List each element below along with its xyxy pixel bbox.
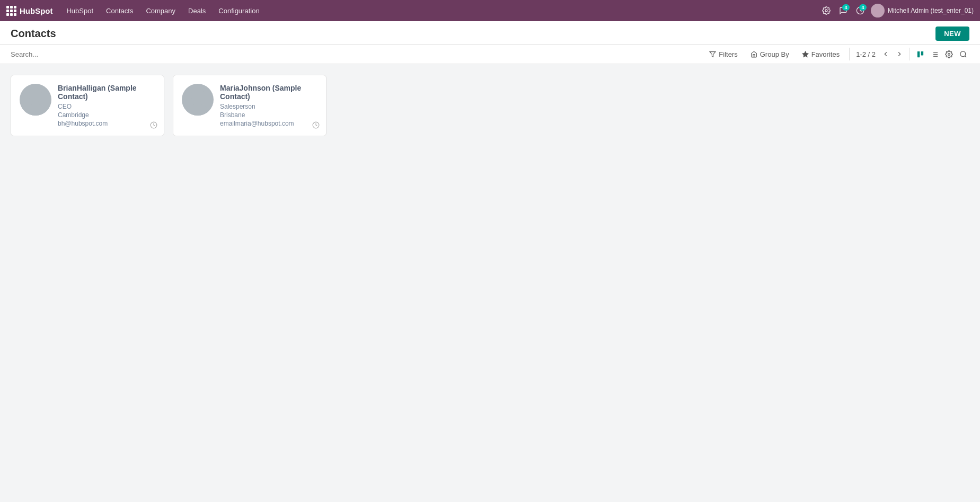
svg-line-16	[965, 56, 966, 57]
svg-point-2	[875, 6, 880, 12]
favorites-label: Favorites	[811, 50, 840, 58]
chevron-right-icon	[896, 50, 903, 58]
card-clock-icon-0	[150, 121, 157, 130]
contact-name-1: MariaJohnson (Sample Contact)	[220, 84, 317, 101]
page-title: Contacts	[11, 28, 56, 40]
contact-name-0: BrianHalligan (Sample Contact)	[58, 84, 155, 101]
list-view-button[interactable]	[929, 48, 941, 60]
contact-city-1: Brisbane	[220, 111, 317, 119]
svg-rect-6	[917, 51, 920, 57]
contact-role-0: CEO	[58, 103, 155, 110]
svg-marker-5	[802, 51, 808, 57]
search-wrap	[11, 50, 699, 58]
nav-left: HubSpot HubSpot Contacts Company Deals C…	[6, 0, 820, 21]
contact-card-1[interactable]: MariaJohnson (Sample Contact) Salesperso…	[173, 75, 326, 136]
contact-avatar-1	[182, 84, 214, 116]
nav-company[interactable]: Company	[139, 0, 182, 21]
nav-configuration[interactable]: Configuration	[212, 0, 266, 21]
kanban-icon	[916, 50, 924, 58]
svg-point-14	[948, 53, 950, 55]
group-by-button[interactable]: Group By	[745, 48, 794, 60]
svg-point-15	[960, 51, 966, 56]
contact-email-0: bh@hubspot.com	[58, 120, 155, 127]
contacts-grid: BrianHalligan (Sample Contact) CEO Cambr…	[0, 64, 980, 147]
filter-icon	[709, 51, 716, 58]
prev-page-button[interactable]	[880, 48, 891, 60]
separator-2	[910, 48, 910, 60]
search-icon-btn[interactable]	[957, 48, 969, 60]
contact-info-0: BrianHalligan (Sample Contact) CEO Cambr…	[58, 84, 155, 127]
person-silhouette-1	[182, 84, 214, 116]
page-header: Contacts NEW	[0, 21, 980, 45]
grid-icon	[6, 6, 16, 16]
settings-icon-btn[interactable]	[820, 4, 833, 17]
contact-info-1: MariaJohnson (Sample Contact) Salesperso…	[220, 84, 317, 127]
nav-hubspot[interactable]: HubSpot	[60, 0, 100, 21]
clock-badge: 4	[859, 4, 867, 11]
nav-right: 4 4 Mitchell Admin (test_enter_01)	[820, 4, 974, 17]
view-settings-icon	[945, 50, 953, 58]
nav-contacts[interactable]: Contacts	[100, 0, 139, 21]
card-clock-icon-1	[312, 121, 320, 130]
search-toolbar: Filters Group By Favorites 1-2 / 2	[0, 45, 980, 64]
search-input[interactable]	[11, 50, 699, 58]
favorites-icon	[802, 51, 809, 58]
svg-point-20	[191, 89, 205, 102]
contact-role-1: Salesperson	[220, 103, 317, 110]
contact-avatar-0	[20, 84, 51, 116]
avatar	[871, 4, 885, 17]
svg-point-3	[873, 13, 882, 17]
nav-menu: HubSpot Contacts Company Deals Configura…	[60, 0, 266, 21]
svg-point-0	[825, 10, 827, 12]
title-row: Contacts NEW	[11, 21, 969, 44]
group-by-label: Group By	[760, 50, 789, 58]
nav-deals[interactable]: Deals	[182, 0, 212, 21]
chevron-left-icon	[882, 50, 889, 58]
svg-point-17	[29, 89, 42, 102]
contact-city-0: Cambridge	[58, 111, 155, 119]
list-icon	[931, 50, 939, 58]
toolbar-right: Filters Group By Favorites 1-2 / 2	[704, 48, 969, 60]
svg-point-21	[187, 104, 208, 116]
app-logo[interactable]: HubSpot	[6, 6, 52, 16]
search-icon	[959, 50, 967, 58]
person-silhouette-0	[20, 84, 51, 116]
svg-rect-7	[921, 51, 923, 55]
app-name: HubSpot	[20, 6, 52, 15]
new-button[interactable]: NEW	[935, 27, 969, 41]
pagination-info: 1-2 / 2	[856, 50, 876, 58]
user-menu[interactable]: Mitchell Admin (test_enter_01)	[871, 4, 974, 17]
user-name: Mitchell Admin (test_enter_01)	[888, 7, 974, 14]
top-nav: HubSpot HubSpot Contacts Company Deals C…	[0, 0, 980, 21]
contact-card-0[interactable]: BrianHalligan (Sample Contact) CEO Cambr…	[11, 75, 164, 136]
separator-1	[849, 48, 850, 60]
favorites-button[interactable]: Favorites	[797, 48, 845, 60]
filters-label: Filters	[719, 50, 737, 58]
clock-icon-btn[interactable]: 4	[854, 4, 867, 17]
svg-marker-4	[710, 51, 716, 57]
kanban-view-button[interactable]	[914, 48, 926, 60]
chat-icon-btn[interactable]: 4	[837, 4, 850, 17]
next-page-button[interactable]	[894, 48, 905, 60]
group-by-icon	[751, 51, 757, 58]
filters-button[interactable]: Filters	[704, 48, 743, 60]
contact-email-1: emailmaria@hubspot.com	[220, 120, 317, 127]
svg-point-18	[25, 104, 46, 116]
chat-badge: 4	[842, 4, 850, 11]
settings-view-button[interactable]	[943, 48, 955, 60]
